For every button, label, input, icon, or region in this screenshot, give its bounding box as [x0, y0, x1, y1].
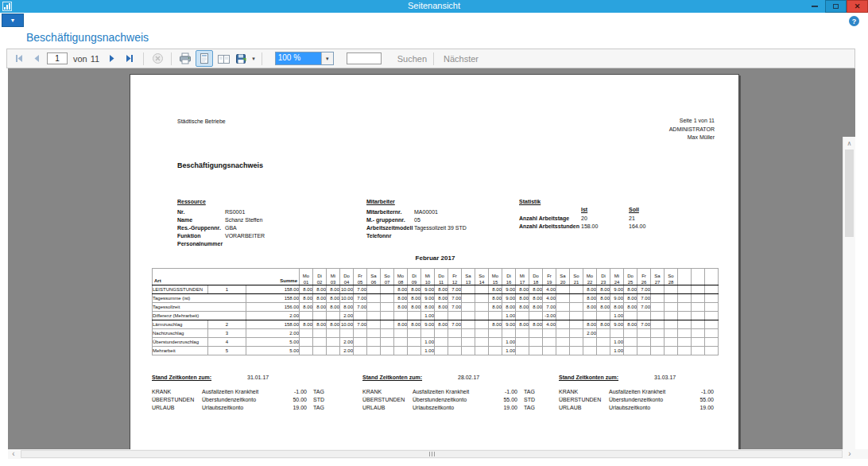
empty-day-cell: [705, 347, 719, 355]
search-input[interactable]: [347, 52, 382, 64]
art-summe-header-wrap: ArtSumme: [153, 269, 299, 285]
field-label: M.- gruppennr.: [366, 217, 405, 223]
timesheet-row: LEISTUNGSSTUNDEN1158.008.008.008.0010.00…: [153, 285, 719, 294]
field-value: 05: [414, 217, 420, 223]
scroll-left-icon[interactable]: ‹: [8, 449, 19, 459]
day-value-cell: [327, 347, 340, 355]
printed-by-name: Max Müller: [669, 134, 715, 142]
page-setup-button[interactable]: [216, 52, 231, 66]
day-number: 22: [583, 278, 596, 285]
statistics-block: Statistik Ist Soll Anzahl Arbeitstage202…: [519, 199, 678, 204]
art-cell: Mehrarbeit: [153, 347, 208, 355]
toolbar-separator: [143, 52, 144, 65]
horizontal-scroll-thumb[interactable]: [21, 450, 843, 458]
weekday-label: Mo: [489, 272, 502, 278]
timesheet-row: Nachtzuschlag32.002.00: [153, 329, 719, 338]
empty-day-cell: [678, 303, 692, 312]
day-value-cell: [475, 303, 489, 312]
next-page-button[interactable]: [105, 52, 119, 66]
help-button[interactable]: ?: [849, 16, 859, 26]
close-button[interactable]: ✕: [847, 0, 868, 13]
account-value: 50.00: [271, 397, 307, 402]
account-value: -1.00: [482, 389, 517, 394]
weekday-label: So: [570, 272, 583, 278]
day-value-cell: [597, 347, 610, 355]
day-value-cell: [665, 347, 678, 355]
day-header: Mo01: [300, 269, 313, 285]
zeitkonten-date: 31.03.17: [654, 375, 676, 380]
day-value-cell: [665, 294, 678, 303]
print-layout-toggle[interactable]: [196, 50, 213, 67]
day-number: 21: [570, 278, 583, 285]
export-dropdown-caret[interactable]: ▾: [252, 56, 255, 62]
day-value-cell: [313, 312, 327, 320]
zeitkonten-date: 28.02.17: [458, 375, 479, 380]
vertical-scrollbar[interactable]: ∧ ∨: [843, 137, 855, 449]
day-value-cell: 8.00: [489, 294, 502, 303]
day-number: 26: [637, 278, 650, 285]
day-value-cell: 10.00: [340, 320, 354, 329]
page-number-input[interactable]: [47, 52, 68, 64]
scroll-right-icon[interactable]: ›: [844, 449, 855, 459]
day-value-cell: [583, 312, 597, 320]
stat-label: Anzahl Arbeitstage: [519, 216, 569, 221]
weekday-label: Mo: [394, 272, 407, 278]
find-next-button[interactable]: Nächster: [444, 54, 479, 64]
day-value-cell: [408, 312, 421, 320]
day-value-cell: 8.00: [489, 320, 502, 329]
export-button[interactable]: [234, 52, 248, 66]
window-title: Seitenansicht: [408, 1, 460, 10]
minimize-button[interactable]: [804, 0, 825, 13]
day-value-cell: [489, 347, 502, 355]
day-value-cell: [570, 329, 583, 338]
window-controls: ✕: [804, 0, 868, 13]
day-number: 17: [516, 278, 529, 285]
toolbar-separator: [433, 52, 434, 65]
page-setup-icon: [217, 53, 231, 64]
empty-day-cell: [692, 285, 705, 294]
day-value-cell: [556, 303, 570, 312]
weekday-label: Do: [529, 272, 542, 278]
horizontal-scrollbar[interactable]: ‹ ›: [8, 449, 855, 459]
page-title: Beschäftigungsnachweis: [26, 31, 149, 44]
weekday-label: Do: [340, 272, 353, 278]
day-value-cell: 2.00: [583, 329, 597, 338]
day-value-cell: 8.00: [313, 294, 327, 303]
day-value-cell: [543, 338, 556, 347]
vertical-scroll-thumb[interactable]: [845, 150, 854, 237]
day-value-cell: 9.00: [502, 294, 516, 303]
day-value-cell: [665, 320, 678, 329]
resource-header: Ressource: [177, 199, 206, 204]
day-value-cell: 8.00: [516, 294, 529, 303]
day-value-cell: 8.00: [597, 294, 610, 303]
day-value-cell: 8.00: [408, 294, 421, 303]
find-button[interactable]: Suchen: [397, 54, 427, 64]
day-value-cell: [394, 329, 408, 338]
day-value-cell: [570, 312, 583, 320]
menu-dropdown-button[interactable]: ▼: [2, 14, 24, 27]
day-header: Do18: [529, 269, 543, 285]
chevron-down-icon: ▼: [10, 17, 16, 23]
maximize-button[interactable]: [825, 0, 847, 13]
scroll-up-icon[interactable]: ∧: [843, 138, 855, 149]
day-value-cell: [435, 312, 448, 320]
first-page-button[interactable]: [12, 52, 26, 66]
day-header: Fr12: [448, 269, 462, 285]
weekday-label: So: [381, 272, 393, 278]
summe-cell: 2.00: [246, 329, 300, 338]
summe-cell: 158.00: [246, 285, 300, 294]
day-value-cell: 8.00: [327, 285, 340, 294]
day-value-cell: [556, 347, 570, 355]
day-header: Di16: [502, 269, 516, 285]
timesheet-row: Überstundenzuschlag45.002.001.001.001.00: [153, 338, 719, 347]
weekday-label: So: [475, 272, 488, 278]
last-page-button[interactable]: [122, 52, 137, 66]
day-value-cell: [651, 320, 665, 329]
zoom-dropdown-button[interactable]: ▾: [321, 52, 333, 64]
cancel-rendering-button[interactable]: [150, 52, 165, 66]
zoom-select[interactable]: 100 % ▾: [275, 52, 334, 65]
previous-page-button[interactable]: [29, 52, 44, 66]
day-value-cell: 7.00: [448, 294, 462, 303]
day-value-cell: [651, 347, 665, 355]
print-button[interactable]: [178, 52, 192, 66]
